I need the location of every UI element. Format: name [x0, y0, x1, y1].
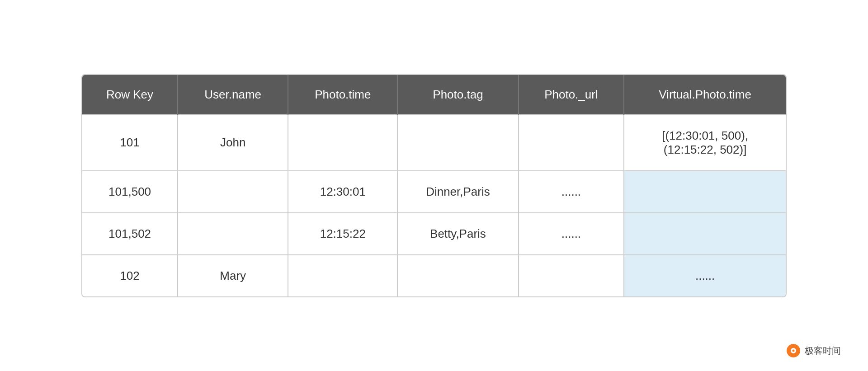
table-cell	[397, 255, 518, 296]
header-user-name: User.name	[178, 75, 288, 115]
table-cell: ......	[624, 255, 786, 296]
brand-watermark: 极客时间	[786, 343, 841, 358]
svg-point-2	[793, 350, 795, 352]
header-photo-tag: Photo.tag	[397, 75, 518, 115]
table-row: 102Mary......	[82, 255, 786, 296]
table-cell: 102	[82, 255, 178, 296]
table-row: 101,50012:30:01Dinner,Paris......	[82, 171, 786, 213]
table-row: 101John[(12:30:01, 500), (12:15:22, 502)…	[82, 115, 786, 171]
brand-icon	[786, 343, 801, 358]
table-cell: John	[178, 115, 288, 171]
table-cell: Mary	[178, 255, 288, 296]
table-wrapper: Row KeyUser.namePhoto.timePhoto.tagPhoto…	[81, 74, 787, 297]
table-cell: Dinner,Paris	[397, 171, 518, 213]
table-cell: ......	[519, 171, 624, 213]
table-cell: 101,502	[82, 213, 178, 255]
header-row-key: Row Key	[82, 75, 178, 115]
table-cell: 101	[82, 115, 178, 171]
table-cell: [(12:30:01, 500), (12:15:22, 502)]	[624, 115, 786, 171]
table-cell	[624, 171, 786, 213]
table-header-row: Row KeyUser.namePhoto.timePhoto.tagPhoto…	[82, 75, 786, 115]
brand-name: 极客时间	[805, 345, 841, 357]
table-cell: ......	[519, 213, 624, 255]
table-cell	[178, 171, 288, 213]
table-cell	[519, 255, 624, 296]
table-cell	[624, 213, 786, 255]
table-row: 101,50212:15:22Betty,Paris......	[82, 213, 786, 255]
table-cell	[178, 213, 288, 255]
table-cell	[397, 115, 518, 171]
table-cell: 101,500	[82, 171, 178, 213]
header-photo-url: Photo._url	[519, 75, 624, 115]
data-table: Row KeyUser.namePhoto.timePhoto.tagPhoto…	[82, 75, 786, 296]
table-cell: 12:15:22	[288, 213, 397, 255]
table-body: 101John[(12:30:01, 500), (12:15:22, 502)…	[82, 115, 786, 296]
header-photo-time: Photo.time	[288, 75, 397, 115]
table-cell	[288, 255, 397, 296]
table-cell	[288, 115, 397, 171]
page-container: Row KeyUser.namePhoto.timePhoto.tagPhoto…	[0, 0, 868, 371]
header-virtual-photo-time: Virtual.Photo.time	[624, 75, 786, 115]
table-cell	[519, 115, 624, 171]
table-cell: Betty,Paris	[397, 213, 518, 255]
table-cell: 12:30:01	[288, 171, 397, 213]
